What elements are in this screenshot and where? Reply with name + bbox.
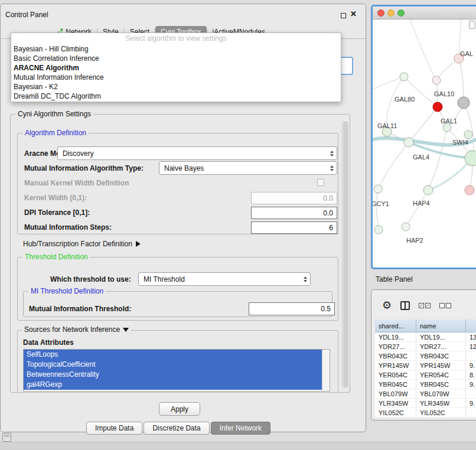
table-row[interactable]: YBR045CYBR045C9.	[375, 380, 476, 389]
table-row[interactable]: YIL052CYIL052C	[375, 408, 476, 418]
network-node[interactable]	[400, 73, 408, 81]
table-row[interactable]: YER054CYER054C8.	[375, 370, 476, 380]
network-edge	[459, 58, 464, 103]
which-threshold-select[interactable]: MI Threshold	[138, 272, 311, 286]
columns-icon[interactable]	[400, 301, 410, 310]
table-row[interactable]: YLR345WYLR345W9.	[375, 399, 476, 408]
network-node[interactable]	[423, 185, 433, 195]
data-attributes-list[interactable]: SelfLoopsTopologicalCoefficientBetweenne…	[23, 349, 330, 392]
mi-threshold-group-title: MI Threshold Definition	[28, 287, 106, 295]
mi-steps-field[interactable]: 6	[251, 221, 337, 234]
sources-group-title[interactable]: Sources for Network Inference	[22, 325, 131, 334]
dpi-tolerance-field[interactable]: 0.0	[251, 207, 337, 219]
mi-type-select[interactable]: Naive Bayes	[159, 161, 337, 175]
table-row[interactable]: YPR145WYPR145W9.	[375, 361, 476, 370]
collapse-down-icon	[123, 328, 129, 332]
table-cell: YIL052C	[416, 408, 466, 417]
network-node-label: GAL1	[441, 118, 457, 125]
network-node[interactable]	[465, 185, 474, 195]
algorithm-option-bayesian-k2[interactable]: Bayesian - K2	[11, 82, 341, 92]
network-node[interactable]	[464, 131, 472, 139]
network-node[interactable]	[402, 223, 410, 231]
zoom-traffic-light-icon[interactable]	[397, 9, 405, 17]
table-row[interactable]: YDR27...YDR27...12	[375, 342, 476, 351]
column-header[interactable]: name	[416, 319, 466, 332]
manual-kernel-checkbox[interactable]	[317, 179, 324, 186]
network-node-label: GAL11	[377, 122, 397, 129]
manual-kernel-label: Manual Kernel Width Definition	[24, 179, 129, 187]
algorithm-option-bayesian-hill-climbing[interactable]: Bayesian - Hill Climbing	[11, 44, 341, 54]
attribute-item-topologicalcoefficient[interactable]: TopologicalCoefficient	[24, 360, 322, 370]
float-window-icon[interactable]	[341, 13, 346, 18]
table-row[interactable]: YBR043CYBR043C	[375, 351, 476, 361]
network-node[interactable]	[374, 185, 382, 193]
network-canvas[interactable]: GALGAL80GAL10GAL11GAL1SWI4GAL4GCY1HAP4HA…	[373, 19, 476, 267]
bottom-tab-impute-data[interactable]: Impute Data	[86, 422, 142, 435]
mi-threshold-field[interactable]: 0.5	[249, 302, 335, 315]
network-node-label: GAL80	[395, 96, 415, 103]
table-cell	[466, 389, 476, 398]
network-node-label: SWI4	[452, 139, 468, 146]
table-cell: YBL079W	[375, 389, 416, 398]
node-attribute-table: shared...nameYDL19...YDL19...13YDR27...Y…	[375, 319, 476, 418]
deselect-all-checkboxes-icon[interactable]	[439, 303, 451, 308]
mi-type-value: Naive Bayes	[164, 164, 204, 172]
algorithm-dropdown-popup: Select algorithm to view settings Bayesi…	[11, 32, 341, 102]
mi-threshold-label: Mutual Information Threshold:	[29, 305, 131, 313]
algorithm-option-basic-correlation-inference[interactable]: Basic Correlation Inference	[11, 54, 341, 63]
network-node[interactable]	[458, 97, 470, 109]
algorithm-option-dream8-dc-tdc-algorithm[interactable]: Dream8 DC_TDC Algorithm	[11, 92, 341, 101]
table-row[interactable]: YDL19...YDL19...13	[375, 332, 476, 342]
column-header[interactable]	[466, 319, 476, 332]
table-cell: YLR345W	[416, 399, 466, 407]
kernel-width-field[interactable]: 0.0	[251, 192, 337, 204]
network-node[interactable]	[433, 102, 442, 112]
table-cell: YPR145W	[416, 361, 466, 370]
table-cell: 13	[466, 332, 476, 341]
algorithm-option-aracne-algorithm[interactable]: ARACNE Algorithm	[11, 63, 341, 73]
network-scrollbar-button[interactable]	[469, 21, 475, 29]
network-node[interactable]	[374, 226, 383, 234]
table-header-row: shared...name	[375, 319, 476, 332]
table-cell: YPR145W	[375, 361, 416, 370]
settings-scrollbar[interactable]	[342, 120, 349, 389]
select-all-checkboxes-icon[interactable]: ✓✓	[419, 303, 431, 308]
minimize-traffic-light-icon[interactable]	[387, 9, 395, 17]
hub-definition-expander[interactable]: Hub/Transcription Factor Definition	[23, 240, 141, 248]
bottom-tab-infer-network[interactable]: Infer Network	[211, 422, 270, 435]
list-scrollbar[interactable]	[322, 350, 330, 391]
cyni-bottom-tabbar: Impute DataDiscretize DataInfer Network	[86, 422, 270, 435]
gear-icon[interactable]: ⚙	[382, 300, 392, 311]
network-window-titlebar[interactable]	[373, 6, 476, 19]
collapsed-panel-icon[interactable]	[2, 433, 11, 442]
table-cell: 9.	[466, 380, 476, 389]
bottom-tab-discretize-data[interactable]: Discretize Data	[144, 422, 209, 435]
aracne-mode-select[interactable]: Discovery	[57, 146, 337, 160]
network-node[interactable]	[443, 123, 451, 132]
mi-threshold-value: 0.5	[321, 305, 331, 313]
network-node-label: GAL10	[434, 90, 454, 97]
aracne-mode-value: Discovery	[63, 149, 94, 158]
combo-arrows-icon	[304, 276, 307, 282]
network-node[interactable]	[404, 138, 413, 147]
table-panel-window: ⚙ ✓✓ shared...nameYDL19...YDL19...13YDR2…	[371, 289, 476, 420]
attribute-item-betweennesscentrality[interactable]: BetweennessCentrality	[24, 370, 322, 380]
close-traffic-light-icon[interactable]	[377, 9, 384, 17]
attribute-item-gal4rgexp[interactable]: gal4RGexp	[24, 380, 322, 390]
attribute-item-selfloops[interactable]: SelfLoops	[24, 350, 322, 360]
table-cell: YBR043C	[375, 351, 416, 360]
algorithm-definition-title: Algorithm Definition	[22, 129, 89, 137]
scrollbar-thumb[interactable]	[343, 121, 348, 388]
column-header[interactable]: shared...	[375, 319, 416, 332]
apply-button[interactable]: Apply	[159, 402, 200, 416]
network-node[interactable]	[432, 76, 441, 84]
table-cell: 9.	[466, 361, 476, 370]
network-node-label: GAL4	[413, 154, 429, 161]
close-icon[interactable]: ✕	[350, 9, 357, 18]
table-cell: YBR045C	[416, 380, 466, 389]
desktop: Control Panel ✕ NetworkStyleSelectCyni T…	[0, 0, 476, 450]
network-node-label: HAP4	[413, 200, 430, 207]
network-edge	[378, 142, 409, 189]
table-row[interactable]: YBL079WYBL079W	[375, 389, 476, 399]
algorithm-option-mutual-information-inference[interactable]: Mutual Information Inference	[11, 73, 341, 82]
